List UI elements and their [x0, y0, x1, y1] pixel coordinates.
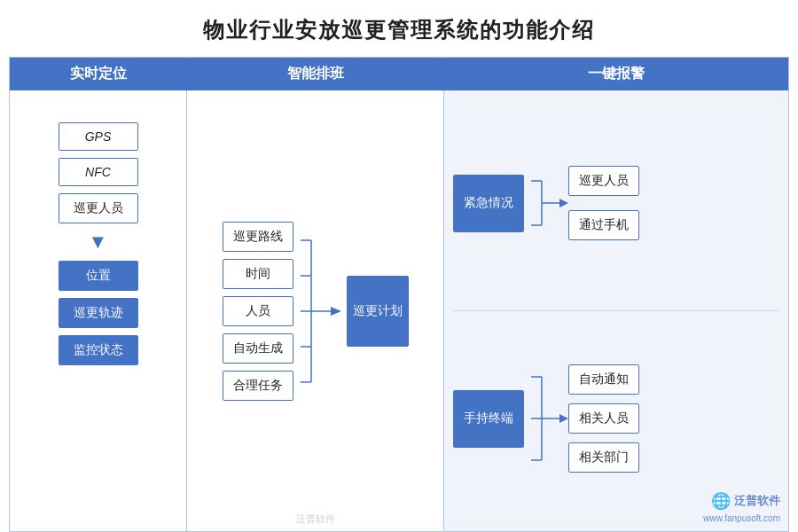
right-bottom-list: 自动通知 相关人员 相关部门 [568, 364, 639, 473]
box-patrol-plan: 巡更计划 [347, 276, 409, 347]
col-left-body: GPS NFC 巡更人员 ▼ 位置 巡更轨迹 监控状态 [10, 90, 186, 531]
right-divider [453, 310, 779, 311]
right-top-list: 巡更人员 通过手机 [568, 166, 639, 240]
box-handheld: 手持终端 [453, 390, 524, 448]
mid-box-route: 巡更路线 [223, 222, 293, 252]
right-bottom-section: 手持终端 自动通知 相关人员 相关部门 [453, 315, 779, 519]
mid-watermark: 泛普软件 [296, 512, 335, 526]
box-monitor: 监控状态 [59, 335, 138, 365]
main-title: 物业行业安放巡更管理系统的功能介绍 [203, 16, 595, 44]
box-auto-notify: 自动通知 [568, 364, 639, 395]
svg-marker-12 [559, 199, 568, 207]
box-track: 巡更轨迹 [59, 298, 138, 328]
col-right: 一键报警 紧急情况 巡更人员 [444, 58, 788, 531]
svg-marker-18 [559, 414, 568, 423]
box-emergency: 紧急情况 [453, 175, 524, 232]
col-mid-header: 智能排班 [187, 58, 443, 90]
mid-box-task: 合理任务 [223, 371, 293, 401]
watermark: 🌐 泛普软件 www.fanpusoft.com [703, 491, 780, 523]
page: 物业行业安放巡更管理系统的功能介绍 实时定位 GPS NFC 巡更人员 ▼ [0, 0, 798, 532]
right-top-connector [524, 159, 568, 247]
mid-box-person: 人员 [223, 296, 293, 326]
header-arrow-1 [186, 58, 200, 91]
left-items: GPS NFC 巡更人员 ▼ 位置 巡更轨迹 监控状态 [20, 105, 176, 365]
mid-box-auto: 自动生成 [223, 333, 293, 364]
right-bottom-connector [524, 356, 568, 481]
box-nfc: NFC [59, 158, 138, 186]
header-arrow-2 [443, 58, 458, 91]
watermark-url: www.fanpusoft.com [703, 513, 780, 523]
box-related-dept: 相关部门 [568, 442, 639, 473]
col-right-header: 一键报警 [444, 58, 788, 90]
down-arrow: ▼ [89, 232, 108, 252]
col-left: 实时定位 GPS NFC 巡更人员 ▼ 位置 巡更轨迹 监控状态 [10, 58, 187, 531]
svg-marker-7 [331, 307, 341, 316]
box-patrol-person: 巡更人员 [59, 193, 138, 223]
content-area: 实时定位 GPS NFC 巡更人员 ▼ 位置 巡更轨迹 监控状态 [9, 57, 789, 532]
mid-list: 巡更路线 时间 人员 自动生成 合理任务 [223, 222, 293, 401]
box-phone: 通过手机 [568, 210, 639, 240]
right-top-section: 紧急情况 巡更人员 通过手机 [453, 103, 779, 307]
col-right-body: 紧急情况 巡更人员 通过手机 [444, 90, 788, 531]
box-location: 位置 [59, 261, 138, 291]
box-patrol-person-2: 巡更人员 [568, 166, 639, 196]
col-left-header: 实时定位 [10, 58, 186, 90]
mid-connector-svg [293, 205, 347, 418]
box-related-person: 相关人员 [568, 403, 639, 434]
watermark-icon: 🌐 [711, 491, 731, 511]
box-gps: GPS [59, 122, 138, 151]
col-mid: 智能排班 巡更路线 时间 人员 自动生成 合理任务 [187, 58, 444, 531]
watermark-name: 泛普软件 [734, 493, 780, 509]
mid-box-time: 时间 [223, 259, 293, 289]
col-mid-body: 巡更路线 时间 人员 自动生成 合理任务 [187, 90, 443, 531]
